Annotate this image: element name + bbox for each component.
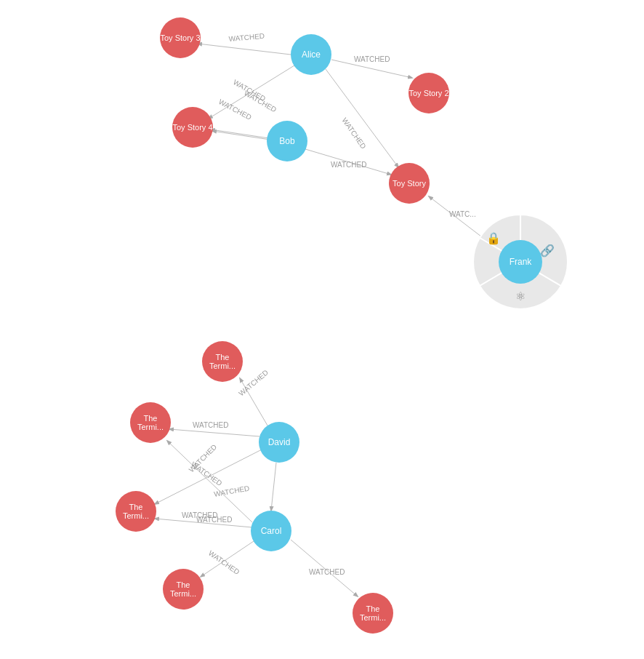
link-icon[interactable]: 🔗 bbox=[540, 244, 555, 257]
edge-label: WATCHED bbox=[213, 484, 250, 498]
svg-line-13 bbox=[201, 540, 256, 577]
node-label: The Termi... bbox=[116, 503, 156, 520]
node-label: Toy Story 3 bbox=[160, 33, 200, 42]
svg-line-10 bbox=[167, 441, 252, 522]
graph-canvas: WATCHED WATCHED WATCHED WATCHED WATCHED … bbox=[0, 0, 644, 659]
node-label: The Termi... bbox=[353, 604, 393, 622]
node-label: Alice bbox=[302, 49, 321, 60]
node-label: Bob bbox=[279, 136, 294, 146]
svg-line-0 bbox=[198, 44, 291, 55]
edge-label: WATCHED bbox=[228, 32, 265, 43]
edge-label: WATCHED bbox=[340, 116, 367, 151]
node-toy-story-2[interactable]: Toy Story 2 bbox=[408, 73, 449, 113]
svg-line-6 bbox=[212, 131, 275, 140]
node-label: Toy Story 2 bbox=[408, 89, 448, 97]
node-frank[interactable]: Frank bbox=[499, 240, 542, 284]
svg-line-5 bbox=[326, 69, 398, 167]
edge-label: WATCHED bbox=[237, 368, 270, 397]
node-alice[interactable]: Alice bbox=[291, 34, 331, 75]
svg-line-4 bbox=[305, 149, 391, 175]
lock-icon[interactable]: 🔒 bbox=[486, 231, 501, 245]
edge-label: WATCHED bbox=[190, 460, 224, 487]
node-label: The Termi... bbox=[130, 414, 171, 431]
edges-layer: WATCHED WATCHED WATCHED WATCHED WATCHED … bbox=[0, 0, 644, 659]
svg-line-14 bbox=[291, 540, 358, 596]
node-toy-story-3[interactable]: Toy Story 3 bbox=[160, 17, 201, 58]
svg-line-8 bbox=[240, 378, 267, 426]
edge-label: WATCHED bbox=[331, 161, 366, 169]
node-term-2[interactable]: The Termi... bbox=[130, 402, 171, 443]
edge-label: WATCHED bbox=[196, 516, 232, 524]
node-label: Toy Story 4 bbox=[172, 123, 212, 132]
svg-line-2 bbox=[331, 60, 412, 78]
node-bob[interactable]: Bob bbox=[267, 121, 307, 161]
edge-label: WATCHED bbox=[243, 89, 278, 113]
svg-line-11 bbox=[155, 519, 252, 527]
edge-label: WATCHED bbox=[232, 78, 267, 103]
node-label: David bbox=[268, 437, 291, 447]
node-label: Carol bbox=[261, 526, 282, 536]
edge-label: WATCHED bbox=[193, 421, 228, 429]
node-term-1[interactable]: The Termi... bbox=[202, 341, 243, 382]
node-label: Frank bbox=[510, 257, 532, 267]
svg-line-15 bbox=[271, 463, 276, 511]
node-term-4[interactable]: The Termi... bbox=[163, 569, 204, 610]
node-label: Toy Story bbox=[393, 179, 426, 188]
edge-label: WATCHED bbox=[188, 443, 219, 474]
node-term-3[interactable]: The Termi... bbox=[116, 491, 156, 532]
edge-label: WATCHED bbox=[207, 549, 241, 576]
edge-label: WATCHED bbox=[309, 568, 345, 576]
edge-label: WATCHED bbox=[182, 511, 217, 519]
graph-icon[interactable]: ⚛ bbox=[515, 290, 526, 303]
node-toy-story-4[interactable]: Toy Story 4 bbox=[172, 107, 213, 148]
node-david[interactable]: David bbox=[259, 422, 299, 463]
svg-line-9 bbox=[169, 429, 259, 436]
node-label: The Termi... bbox=[202, 353, 243, 370]
node-term-5[interactable]: The Termi... bbox=[353, 593, 393, 634]
edge-label: WATCHED bbox=[354, 55, 390, 63]
svg-line-3 bbox=[211, 129, 269, 138]
node-carol[interactable]: Carol bbox=[251, 511, 291, 551]
edge-label: WATCHED bbox=[217, 97, 253, 121]
node-label: The Termi... bbox=[163, 580, 204, 598]
svg-line-1 bbox=[209, 65, 294, 119]
svg-line-12 bbox=[155, 450, 262, 504]
node-toy-story[interactable]: Toy Story bbox=[389, 163, 430, 204]
